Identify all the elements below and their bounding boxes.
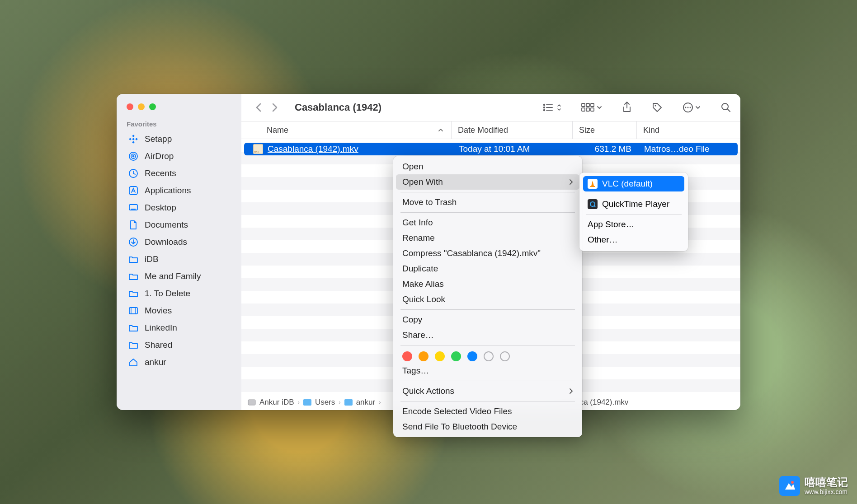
tag-color-5[interactable]	[484, 351, 494, 361]
menu-separator	[400, 309, 575, 310]
svg-rect-26	[586, 108, 589, 111]
context-menu: Open Open With Move to Trash Get Info Re…	[393, 156, 582, 437]
sidebar-item-recents[interactable]: Recents	[117, 165, 241, 182]
svg-point-21	[544, 110, 545, 111]
sidebar-item-label: Applications	[145, 186, 191, 196]
folder-icon	[128, 340, 138, 350]
sidebar-item-documents[interactable]: Documents	[117, 216, 241, 233]
fullscreen-button[interactable]	[149, 103, 156, 110]
menu-tags[interactable]: Tags…	[396, 363, 579, 378]
window-controls	[117, 102, 241, 120]
watermark-logo-icon	[779, 476, 800, 496]
menu-quick-actions[interactable]: Quick Actions	[396, 383, 579, 399]
path-segment[interactable]: ankur	[344, 398, 376, 407]
column-name[interactable]: Name	[241, 121, 452, 139]
tag-color-1[interactable]	[419, 351, 428, 361]
file-row-selected[interactable]: Casablanca (1942).mkv Today at 10:01 AM …	[244, 143, 738, 155]
column-size[interactable]: Size	[573, 121, 637, 139]
svg-rect-4	[135, 138, 138, 140]
tag-color-4[interactable]	[467, 351, 477, 361]
watermark: 嘻嘻笔记 www.bijixx.com	[779, 476, 848, 496]
close-button[interactable]	[127, 103, 133, 110]
watermark-url: www.bijixx.com	[805, 489, 848, 495]
sidebar-item-airdrop[interactable]: AirDrop	[117, 148, 241, 165]
tag-color-2[interactable]	[435, 351, 445, 361]
file-kind: Matros…deo File	[638, 144, 738, 154]
path-segment[interactable]: Users	[303, 398, 335, 407]
sidebar-item-me-and-family[interactable]: Me and Family	[117, 268, 241, 285]
group-button[interactable]	[581, 103, 602, 112]
menu-make-alias[interactable]: Make Alias	[396, 276, 579, 292]
menu-trash[interactable]: Move to Trash	[396, 195, 579, 210]
nav-back-button[interactable]	[255, 102, 262, 113]
menu-separator	[400, 345, 575, 345]
submenu-appstore[interactable]: App Store…	[583, 217, 684, 232]
column-kind[interactable]: Kind	[637, 121, 740, 139]
svg-point-20	[544, 107, 545, 108]
search-button[interactable]	[720, 102, 731, 113]
sidebar-item-linkedin[interactable]: LinkedIn	[117, 319, 241, 336]
menu-open[interactable]: Open	[396, 159, 579, 174]
folder-icon	[344, 399, 353, 406]
menu-bluetooth[interactable]: Send File To Bluetooth Device	[396, 419, 579, 434]
sidebar-item-applications[interactable]: Applications	[117, 182, 241, 199]
minimize-button[interactable]	[138, 103, 145, 110]
menu-separator	[400, 401, 575, 401]
tag-color-0[interactable]	[402, 351, 412, 361]
finder-window: Favorites SetappAirDropRecentsApplicatio…	[117, 94, 740, 410]
menu-compress[interactable]: Compress "Casablanca (1942).mkv"	[396, 246, 579, 261]
window-title: Casablanca (1942)	[295, 102, 538, 113]
quicktime-icon	[588, 199, 598, 209]
setapp-icon	[128, 134, 138, 144]
path-segment[interactable]: Ankur iDB	[248, 398, 294, 407]
sidebar-item-downloads[interactable]: Downloads	[117, 233, 241, 251]
file-name[interactable]: Casablanca (1942).mkv	[268, 144, 452, 154]
tag-color-3[interactable]	[451, 351, 461, 361]
svg-rect-25	[582, 108, 585, 111]
svg-point-19	[544, 104, 545, 105]
submenu-vlc[interactable]: VLC (default)	[583, 176, 684, 191]
tags-button[interactable]	[652, 102, 663, 113]
sidebar-item-1-to-delete[interactable]: 1. To Delete	[117, 285, 241, 302]
chevron-right-icon: ›	[339, 399, 340, 406]
nav-forward-button[interactable]	[271, 102, 278, 113]
menu-get-info[interactable]: Get Info	[396, 215, 579, 230]
actions-button[interactable]	[683, 102, 701, 113]
chevron-right-icon: ›	[298, 399, 300, 406]
svg-point-30	[685, 107, 687, 108]
view-list-button[interactable]	[543, 103, 561, 112]
file-size: 631.2 MB	[574, 144, 638, 154]
sidebar-item-movies[interactable]: Movies	[117, 302, 241, 319]
chevron-right-icon	[569, 388, 573, 394]
menu-encode[interactable]: Encode Selected Video Files	[396, 404, 579, 419]
svg-point-31	[687, 107, 689, 108]
desktop-icon	[128, 203, 138, 213]
folder-icon	[128, 289, 138, 299]
sidebar-item-ankur[interactable]: ankur	[117, 354, 241, 371]
favorites-label: Favorites	[117, 120, 241, 131]
share-button[interactable]	[622, 102, 632, 113]
menu-duplicate[interactable]: Duplicate	[396, 261, 579, 276]
sidebar-item-label: ankur	[145, 357, 166, 367]
svg-rect-24	[591, 103, 594, 107]
menu-share[interactable]: Share…	[396, 327, 579, 343]
menu-quick-look[interactable]: Quick Look	[396, 292, 579, 307]
menu-rename[interactable]: Rename	[396, 230, 579, 246]
submenu-quicktime[interactable]: QuickTime Player	[583, 196, 684, 212]
sidebar-item-label: Movies	[145, 306, 172, 316]
tag-color-6[interactable]	[500, 351, 510, 361]
sidebar-item-idb[interactable]: iDB	[117, 251, 241, 268]
sidebar-item-setapp[interactable]: Setapp	[117, 131, 241, 148]
svg-rect-35	[248, 400, 255, 405]
submenu-other[interactable]: Other…	[583, 232, 684, 247]
svg-rect-0	[132, 135, 135, 137]
documents-icon	[128, 220, 138, 230]
menu-copy[interactable]: Copy	[396, 312, 579, 327]
menu-open-with[interactable]: Open With	[396, 174, 579, 190]
sidebar-item-shared[interactable]: Shared	[117, 336, 241, 354]
column-date[interactable]: Date Modified	[452, 121, 573, 139]
sidebar-item-desktop[interactable]: Desktop	[117, 199, 241, 216]
menu-tag-colors	[396, 348, 579, 363]
chevron-right-icon: ›	[379, 399, 381, 406]
sidebar: Favorites SetappAirDropRecentsApplicatio…	[117, 94, 241, 410]
